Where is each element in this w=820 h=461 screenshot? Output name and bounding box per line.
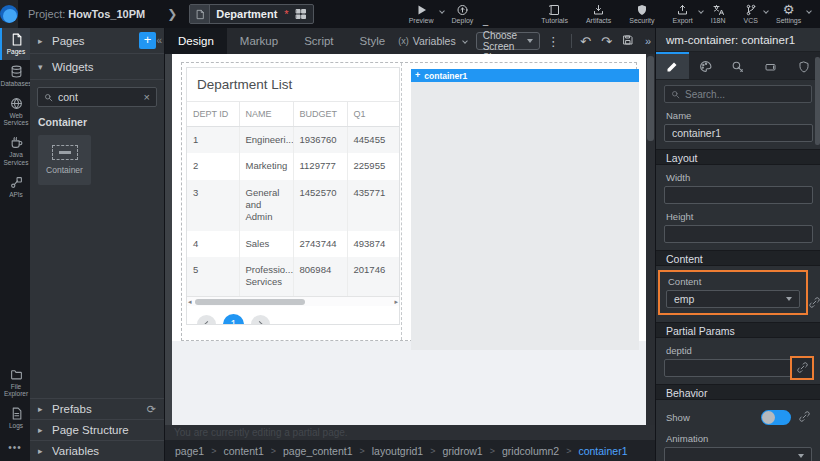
prev-page-button[interactable]: [197, 315, 216, 325]
bind-link-icon[interactable]: [797, 359, 808, 377]
shield-icon: [636, 4, 648, 16]
layout-grid-outline[interactable]: Department List DEPT ID NAME BUDGET Q1 1…: [181, 62, 637, 341]
deptid-field-row: [664, 359, 812, 377]
table-row[interactable]: 5Professio... Services806984201746: [187, 257, 399, 296]
tab-script[interactable]: Script: [291, 28, 346, 54]
col-header[interactable]: NAME: [239, 102, 293, 127]
expand-right-icon[interactable]: »: [639, 35, 655, 47]
properties-panel-title: wm-container: container1: [656, 28, 820, 52]
breadcrumb-item[interactable]: layoutgrid1: [372, 445, 423, 457]
selected-container-widget[interactable]: + container1: [411, 69, 639, 350]
vcs-button[interactable]: VCS: [735, 0, 767, 28]
i18n-button[interactable]: I18N: [702, 0, 735, 28]
name-input[interactable]: [664, 124, 813, 142]
tab-properties[interactable]: [656, 52, 689, 79]
pages-section-header[interactable]: ▸ Pages +: [30, 28, 164, 54]
rail-item-file-explorer[interactable]: File Explorer: [0, 363, 30, 403]
panel-scrollbar[interactable]: [815, 53, 820, 461]
table-row[interactable]: 4Sales2743744493874: [187, 231, 399, 257]
current-page-button[interactable]: 1: [223, 314, 244, 325]
scrollbar-thumb[interactable]: [647, 56, 654, 141]
tab-design[interactable]: Design: [165, 28, 227, 54]
tab-events[interactable]: [722, 52, 755, 79]
move-icon[interactable]: +: [415, 69, 420, 82]
selection-header[interactable]: + container1: [411, 69, 639, 82]
content-select[interactable]: emp: [666, 290, 800, 308]
tutorials-button[interactable]: Tutorials: [532, 0, 577, 28]
rail-item-databases[interactable]: Databases: [0, 60, 30, 92]
table-row[interactable]: 1Engineeri...1936760445455: [187, 127, 399, 154]
horizontal-scrollbar[interactable]: ◂ ▸: [187, 296, 399, 306]
upload-tray-icon: [676, 4, 689, 16]
widget-search-input[interactable]: [58, 91, 139, 103]
behavior-section-header: Behavior: [656, 384, 820, 400]
rail-item-java-services[interactable]: Java Services: [0, 131, 30, 171]
page-surface[interactable]: Department List DEPT ID NAME BUDGET Q1 1…: [172, 54, 646, 425]
page-structure-section-header[interactable]: ▸ Page Structure: [30, 419, 164, 440]
table-row[interactable]: 3General and Admin1452570435771: [187, 180, 399, 231]
variables-section-header[interactable]: ▸ Variables: [30, 440, 164, 461]
clear-search-icon[interactable]: ×: [144, 91, 150, 103]
dashboard-grid-icon[interactable]: [295, 8, 307, 20]
app-logo[interactable]: [0, 0, 18, 28]
add-page-button[interactable]: +: [139, 32, 156, 49]
animation-select[interactable]: [664, 447, 812, 461]
screen-size-select[interactable]: – Choose Screen Size –: [476, 32, 540, 50]
canvas-vertical-scrollbar[interactable]: [646, 54, 655, 425]
rail-item-apis[interactable]: APIs: [0, 171, 30, 203]
rail-item-logs[interactable]: Logs: [0, 402, 30, 434]
artifacts-button[interactable]: Artifacts: [577, 0, 620, 28]
breadcrumb-item-active[interactable]: container1: [578, 445, 627, 457]
breadcrumb-item[interactable]: gridcolumn2: [502, 445, 559, 457]
rail-item-pages[interactable]: Pages: [0, 28, 30, 60]
col-header[interactable]: BUDGET: [293, 102, 347, 127]
bind-link-icon[interactable]: [799, 408, 810, 426]
redo-button[interactable]: ↷: [596, 34, 617, 49]
preview-button[interactable]: Preview: [400, 0, 443, 28]
export-button[interactable]: Export: [664, 0, 702, 28]
col-header[interactable]: DEPT ID: [187, 102, 239, 127]
scrollbar-thumb[interactable]: [195, 299, 305, 305]
col-header[interactable]: Q1: [347, 102, 399, 127]
height-input[interactable]: [664, 225, 813, 243]
pages-widgets-panel: « ▸ Pages + ▾ Widgets × Container Contai…: [30, 28, 165, 461]
deploy-button[interactable]: Deploy: [443, 0, 483, 28]
tab-style[interactable]: Style: [347, 28, 399, 54]
save-button[interactable]: [617, 34, 639, 49]
translate-icon: [712, 4, 725, 16]
prefabs-section-header[interactable]: ▸ Prefabs ⟳: [30, 398, 164, 419]
scroll-right-icon[interactable]: ▸: [394, 297, 398, 307]
show-label: Show: [666, 412, 753, 423]
table-row[interactable]: 2Marketing1129777225955: [187, 153, 399, 179]
department-table-widget[interactable]: Department List DEPT ID NAME BUDGET Q1 1…: [186, 67, 400, 325]
settings-button[interactable]: ⚙ Settings: [767, 0, 810, 28]
tab-mobile[interactable]: [754, 52, 787, 79]
selection-label: container1: [424, 71, 467, 81]
scroll-left-icon[interactable]: ◂: [188, 297, 192, 307]
rail-item-web-services[interactable]: Web Services: [0, 92, 30, 132]
more-options-icon[interactable]: •••: [0, 434, 30, 459]
breadcrumb-item[interactable]: page_content1: [283, 445, 352, 457]
security-button[interactable]: Security: [620, 0, 663, 28]
page-selector[interactable]: Department *: [189, 4, 313, 24]
breadcrumb-item[interactable]: content1: [223, 445, 263, 457]
refresh-icon[interactable]: ⟳: [147, 403, 156, 416]
collapse-panel-icon[interactable]: «: [156, 35, 162, 46]
breadcrumb-item[interactable]: page1: [175, 445, 204, 457]
variables-button[interactable]: (x) Variables: [398, 35, 467, 47]
tab-markup[interactable]: Markup: [227, 28, 291, 54]
width-label: Width: [666, 172, 810, 183]
show-toggle[interactable]: [761, 410, 791, 425]
property-search-input[interactable]: [685, 89, 805, 100]
container-body[interactable]: [411, 82, 639, 350]
tab-styles[interactable]: [689, 52, 722, 79]
breadcrumb-item[interactable]: gridrow1: [442, 445, 482, 457]
container-widget-tile[interactable]: Container: [38, 135, 91, 185]
next-page-button[interactable]: [251, 315, 270, 325]
width-input[interactable]: [664, 186, 813, 204]
more-vertical-icon[interactable]: ⋮: [540, 34, 567, 49]
partial-edit-note: You are currently editing a partial page…: [174, 427, 348, 438]
widgets-section-header[interactable]: ▾ Widgets: [30, 54, 164, 80]
undo-button[interactable]: ↶: [575, 34, 596, 49]
play-icon: [415, 4, 428, 16]
